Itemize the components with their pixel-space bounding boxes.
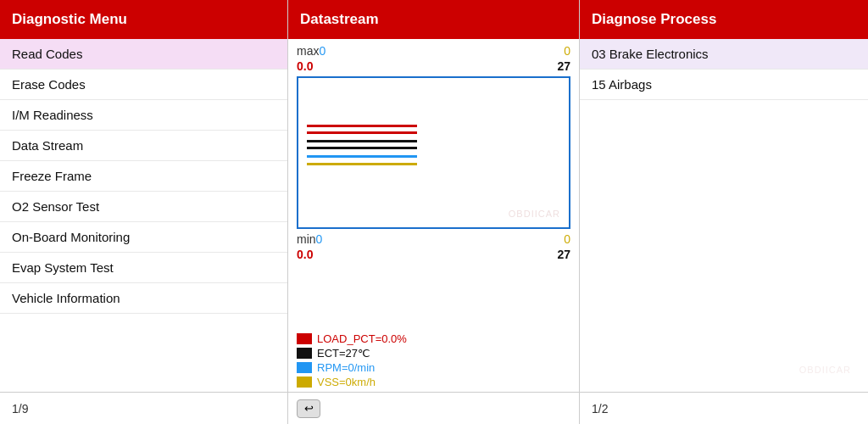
mid-panel: Datastream max 0 0 0.0 27 O bbox=[288, 0, 580, 424]
menu-item-o2-sensor[interactable]: O2 Sensor Test bbox=[0, 192, 287, 222]
legend-item-rpm: RPM=0/min bbox=[297, 361, 570, 374]
legend-section: LOAD_PCT=0.0% ECT=27℃ RPM=0/min VSS=0km/… bbox=[288, 329, 579, 392]
menu-item-onboard-monitoring[interactable]: On-Board Monitoring bbox=[0, 222, 287, 253]
legend-color-black bbox=[297, 348, 312, 359]
current-val-row: 0.0 27 bbox=[297, 59, 570, 73]
diagnose-item-brake[interactable]: 03 Brake Electronics bbox=[580, 39, 868, 70]
chart-line-yellow bbox=[307, 163, 417, 165]
chart-line-red2 bbox=[307, 131, 417, 134]
right-panel-title: Diagnose Process bbox=[592, 11, 716, 28]
chart-line-blue bbox=[307, 155, 417, 158]
max-row: max 0 0 bbox=[297, 44, 570, 58]
min-val1: 0 bbox=[316, 232, 323, 246]
right-panel: Diagnose Process 03 Brake Electronics 15… bbox=[580, 0, 868, 424]
menu-item-im-readiness[interactable]: I/M Readiness bbox=[0, 100, 287, 131]
chart-line-black bbox=[307, 140, 417, 142]
mid-footer: ↩ bbox=[288, 392, 579, 424]
chart-watermark: OBDIICAR bbox=[509, 209, 560, 219]
back-icon: ↩ bbox=[304, 402, 314, 415]
legend-item-vss: VSS=0km/h bbox=[297, 376, 570, 388]
back-button[interactable]: ↩ bbox=[297, 399, 320, 418]
min-display-row: 0.0 27 bbox=[297, 248, 570, 261]
diagnose-list: 03 Brake Electronics 15 Airbags bbox=[580, 39, 868, 100]
left-panel-title: Diagnostic Menu bbox=[12, 11, 127, 28]
min-row: min 0 0 bbox=[297, 232, 570, 246]
min-label: min bbox=[297, 232, 316, 246]
right-panel-header: Diagnose Process bbox=[580, 0, 868, 39]
legend-label-vss: VSS=0km/h bbox=[317, 376, 376, 388]
current-val1: 0.0 bbox=[297, 59, 313, 73]
min-display-val1: 0.0 bbox=[297, 248, 313, 261]
min-val2: 0 bbox=[564, 232, 570, 246]
mid-panel-header: Datastream bbox=[288, 0, 579, 39]
menu-item-evap-system[interactable]: Evap System Test bbox=[0, 253, 287, 283]
chart-line-black2 bbox=[307, 147, 417, 149]
left-panel-header: Diagnostic Menu bbox=[0, 0, 287, 39]
right-footer: 1/2 bbox=[580, 392, 868, 424]
chart-lines bbox=[307, 125, 417, 165]
menu-item-freeze-frame[interactable]: Freeze Frame bbox=[0, 161, 287, 192]
menu-list: Read Codes Erase Codes I/M Readiness Dat… bbox=[0, 39, 287, 392]
min-display-val2: 27 bbox=[557, 248, 570, 261]
right-page-indicator: 1/2 bbox=[592, 402, 608, 416]
chart-box: OBDIICAR bbox=[297, 76, 570, 229]
current-val2: 27 bbox=[557, 59, 570, 73]
diagnose-item-airbags[interactable]: 15 Airbags bbox=[580, 70, 868, 100]
mid-panel-title: Datastream bbox=[300, 11, 379, 28]
menu-item-read-codes[interactable]: Read Codes bbox=[0, 39, 287, 70]
mid-content: max 0 0 0.0 27 OBDIICAR bbox=[288, 39, 579, 329]
chart-line-red bbox=[307, 125, 417, 127]
right-content-area: 03 Brake Electronics 15 Airbags OBDIICAR bbox=[580, 39, 868, 392]
legend-label-ect: ECT=27℃ bbox=[317, 347, 370, 360]
legend-item-load: LOAD_PCT=0.0% bbox=[297, 332, 570, 345]
legend-item-ect: ECT=27℃ bbox=[297, 347, 570, 360]
max-val2: 0 bbox=[564, 44, 570, 58]
menu-item-erase-codes[interactable]: Erase Codes bbox=[0, 70, 287, 100]
legend-color-yellow bbox=[297, 377, 312, 388]
legend-color-blue bbox=[297, 362, 312, 373]
legend-color-red bbox=[297, 333, 312, 344]
menu-item-vehicle-info[interactable]: Vehicle Information bbox=[0, 283, 287, 314]
legend-label-rpm: RPM=0/min bbox=[317, 361, 375, 374]
right-watermark: OBDIICAR bbox=[799, 365, 851, 375]
max-label: max bbox=[297, 44, 319, 58]
legend-label-load: LOAD_PCT=0.0% bbox=[317, 332, 407, 345]
left-panel: Diagnostic Menu Read Codes Erase Codes I… bbox=[0, 0, 288, 424]
left-page-indicator: 1/9 bbox=[12, 402, 28, 416]
left-panel-footer: 1/9 bbox=[0, 392, 287, 424]
max-val1: 0 bbox=[319, 44, 326, 58]
menu-item-data-stream[interactable]: Data Stream bbox=[0, 131, 287, 161]
